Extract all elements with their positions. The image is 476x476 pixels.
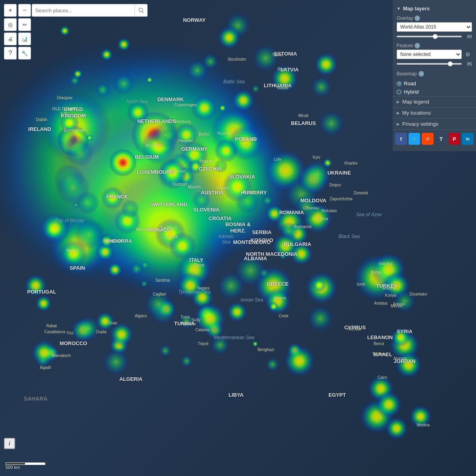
basemap-hybrid-radio[interactable] — [397, 90, 401, 94]
twitter-button[interactable]: 🐦 — [409, 133, 420, 145]
map-layers-chevron: ▼ — [397, 6, 401, 11]
basemap-hybrid-label: Hybrid — [404, 89, 419, 95]
overlay-slider-row: 60 — [393, 33, 476, 41]
pinterest-button[interactable]: P — [449, 133, 461, 145]
map-legend-item[interactable]: ▶ Map legend — [393, 96, 476, 107]
privacy-chevron: ▶ — [397, 122, 400, 126]
right-panel: ▼ Map layers Overlay i World Atlas 2015 … — [393, 0, 476, 151]
print-button[interactable]: 🖨 — [4, 33, 17, 45]
edit-button[interactable]: ✏ — [18, 18, 31, 31]
help-button[interactable]: ? — [4, 47, 17, 60]
feature-info-icon[interactable]: i — [415, 43, 420, 48]
scale-segment-2 — [25, 463, 45, 465]
map-layers-label: Map layers — [403, 6, 430, 12]
my-locations-item[interactable]: ▶ My locations — [393, 107, 476, 118]
info-button[interactable]: i — [4, 438, 15, 449]
overlay-slider-value: 60 — [464, 34, 472, 39]
feature-slider[interactable] — [397, 63, 462, 65]
social-bar: f 🐦 r/ T P in — [393, 129, 476, 148]
zoom-in-button[interactable]: + — [4, 4, 17, 17]
basemap-section: Basemap i — [393, 69, 476, 79]
feature-slider-row: 85 — [393, 61, 476, 69]
svg-point-0 — [139, 8, 142, 12]
scale-bar-container: 500 km — [6, 462, 45, 470]
map-legend-chevron: ▶ — [397, 100, 400, 104]
svg-line-1 — [142, 12, 144, 13]
feature-label: Feature i — [397, 43, 472, 48]
basemap-info-icon[interactable]: i — [418, 71, 424, 77]
overlay-label: Overlay i — [397, 15, 472, 21]
reddit-button[interactable]: r/ — [422, 133, 434, 145]
map-legend-label: Map legend — [402, 99, 429, 105]
basemap-hybrid-row[interactable]: Hybrid — [393, 88, 476, 96]
basemap-road-row[interactable]: Road — [393, 79, 476, 88]
feature-slider-value: 85 — [464, 61, 472, 66]
locate-button[interactable]: ◎ — [4, 18, 17, 31]
linkedin-button[interactable]: in — [462, 133, 474, 145]
feature-row: Feature i None selected ⚙ — [393, 41, 476, 61]
feature-gear-button[interactable]: ⚙ — [463, 50, 472, 59]
zoom-out-button[interactable]: − — [18, 4, 31, 17]
map-layers-header[interactable]: ▼ Map layers — [393, 3, 476, 14]
tools-button[interactable]: 🔧 — [18, 47, 31, 60]
overlay-info-icon[interactable]: i — [415, 15, 420, 21]
my-locations-chevron: ▶ — [397, 111, 400, 115]
basemap-road-label: Road — [404, 81, 416, 86]
basemap-label: Basemap i — [397, 71, 472, 77]
privacy-settings-label: Privacy settings — [402, 121, 438, 127]
my-locations-label: My locations — [402, 110, 431, 116]
chart-button[interactable]: 📊 — [18, 33, 31, 45]
map-controls: + − ◎ ✏ 🖨 📊 ? 🔧 — [4, 4, 31, 60]
tumblr-button[interactable]: T — [435, 133, 447, 145]
search-input[interactable] — [32, 4, 135, 17]
search-bar — [32, 4, 148, 17]
feature-select[interactable]: None selected — [397, 50, 462, 59]
overlay-select[interactable]: World Atlas 2015 — [397, 22, 472, 32]
basemap-road-radio[interactable] — [397, 81, 401, 86]
facebook-button[interactable]: f — [395, 133, 407, 145]
overlay-slider[interactable] — [397, 36, 462, 37]
overlay-row: Overlay i World Atlas 2015 — [393, 14, 476, 33]
search-button[interactable] — [135, 4, 148, 17]
scale-label: 500 km — [6, 465, 20, 470]
privacy-settings-item[interactable]: ▶ Privacy settings — [393, 118, 476, 129]
